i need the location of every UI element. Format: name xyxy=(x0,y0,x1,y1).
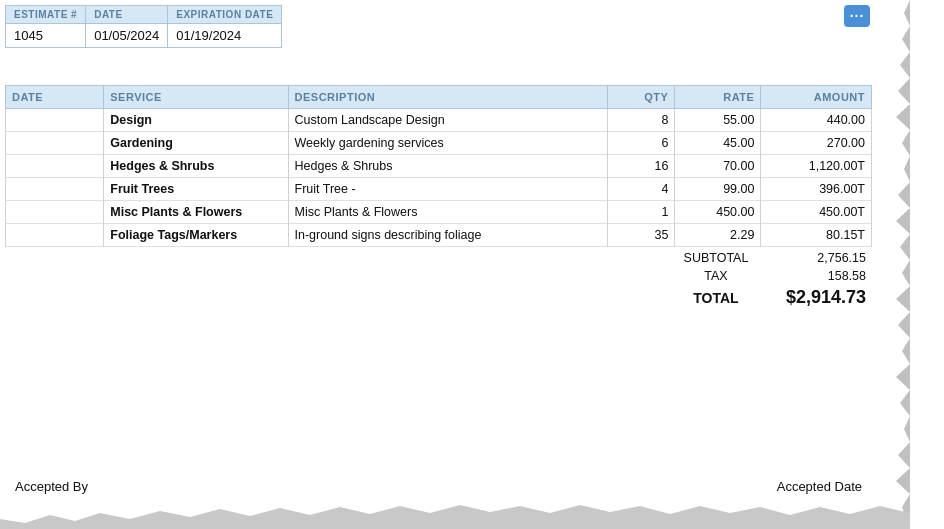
total-row: TOTAL $2,914.73 xyxy=(5,285,872,310)
row-date xyxy=(6,201,104,224)
row-description: Misc Plants & Flowers xyxy=(288,201,607,224)
subtotal-value: 2,756.15 xyxy=(776,251,866,265)
row-service: Misc Plants & Flowers xyxy=(104,201,288,224)
row-date xyxy=(6,155,104,178)
dots-icon: ··· xyxy=(850,8,865,24)
total-value: $2,914.73 xyxy=(776,287,866,308)
estimate-header-table: ESTIMATE # DATE EXPIRATION DATE 1045 01/… xyxy=(5,5,282,48)
torn-bottom-edge xyxy=(0,501,910,529)
services-table: DATE SERVICE DESCRIPTION QTY RATE AMOUNT… xyxy=(5,85,872,247)
row-qty: 16 xyxy=(607,155,675,178)
row-rate: 450.00 xyxy=(675,201,761,224)
row-service: Design xyxy=(104,109,288,132)
page-container: ··· ESTIMATE # DATE EXPIRATION DATE 1045… xyxy=(0,0,910,529)
row-qty: 4 xyxy=(607,178,675,201)
row-rate: 45.00 xyxy=(675,132,761,155)
row-date xyxy=(6,178,104,201)
col-date: DATE xyxy=(6,86,104,109)
table-row: DesignCustom Landscape Design855.00440.0… xyxy=(6,109,872,132)
subtotal-label: SUBTOTAL xyxy=(656,251,776,265)
row-amount: 396.00T xyxy=(761,178,872,201)
col-qty: QTY xyxy=(607,86,675,109)
row-qty: 35 xyxy=(607,224,675,247)
row-rate: 70.00 xyxy=(675,155,761,178)
estimate-number-header: ESTIMATE # xyxy=(6,6,86,24)
date-value: 01/05/2024 xyxy=(86,24,168,48)
row-service: Fruit Trees xyxy=(104,178,288,201)
total-label: TOTAL xyxy=(656,290,776,306)
estimate-number-value: 1045 xyxy=(6,24,86,48)
accepted-by-label: Accepted By xyxy=(15,479,88,494)
row-qty: 6 xyxy=(607,132,675,155)
tax-value: 158.58 xyxy=(776,269,866,283)
subtotal-row: SUBTOTAL 2,756.15 xyxy=(5,249,872,267)
row-date xyxy=(6,224,104,247)
main-content: DATE SERVICE DESCRIPTION QTY RATE AMOUNT… xyxy=(5,85,872,310)
date-header: DATE xyxy=(86,6,168,24)
row-description: Custom Landscape Design xyxy=(288,109,607,132)
row-service: Foliage Tags/Markers xyxy=(104,224,288,247)
col-amount: AMOUNT xyxy=(761,86,872,109)
row-date xyxy=(6,109,104,132)
row-amount: 440.00 xyxy=(761,109,872,132)
col-rate: RATE xyxy=(675,86,761,109)
row-amount: 450.00T xyxy=(761,201,872,224)
table-row: GardeningWeekly gardening services645.00… xyxy=(6,132,872,155)
expiration-header: EXPIRATION DATE xyxy=(168,6,282,24)
expiration-value: 01/19/2024 xyxy=(168,24,282,48)
row-rate: 55.00 xyxy=(675,109,761,132)
table-row: Hedges & ShrubsHedges & Shrubs1670.001,1… xyxy=(6,155,872,178)
menu-button[interactable]: ··· xyxy=(844,5,870,27)
row-amount: 270.00 xyxy=(761,132,872,155)
row-date xyxy=(6,132,104,155)
col-service: SERVICE xyxy=(104,86,288,109)
accepted-date-label: Accepted Date xyxy=(777,479,862,494)
row-rate: 99.00 xyxy=(675,178,761,201)
row-description: Fruit Tree - xyxy=(288,178,607,201)
torn-right-edge xyxy=(876,0,910,529)
tax-label: TAX xyxy=(656,269,776,283)
row-service: Hedges & Shrubs xyxy=(104,155,288,178)
col-description: DESCRIPTION xyxy=(288,86,607,109)
row-qty: 8 xyxy=(607,109,675,132)
table-row: Misc Plants & FlowersMisc Plants & Flowe… xyxy=(6,201,872,224)
tax-row: TAX 158.58 xyxy=(5,267,872,285)
table-row: Fruit TreesFruit Tree -499.00396.00T xyxy=(6,178,872,201)
row-qty: 1 xyxy=(607,201,675,224)
accepted-section: Accepted By Accepted Date xyxy=(5,479,872,494)
row-description: Weekly gardening services xyxy=(288,132,607,155)
totals-section: SUBTOTAL 2,756.15 TAX 158.58 TOTAL $2,91… xyxy=(5,249,872,310)
row-service: Gardening xyxy=(104,132,288,155)
row-description: Hedges & Shrubs xyxy=(288,155,607,178)
row-rate: 2.29 xyxy=(675,224,761,247)
table-row: Foliage Tags/MarkersIn-ground signs desc… xyxy=(6,224,872,247)
row-amount: 80.15T xyxy=(761,224,872,247)
row-amount: 1,120.00T xyxy=(761,155,872,178)
row-description: In-ground signs describing foliage xyxy=(288,224,607,247)
